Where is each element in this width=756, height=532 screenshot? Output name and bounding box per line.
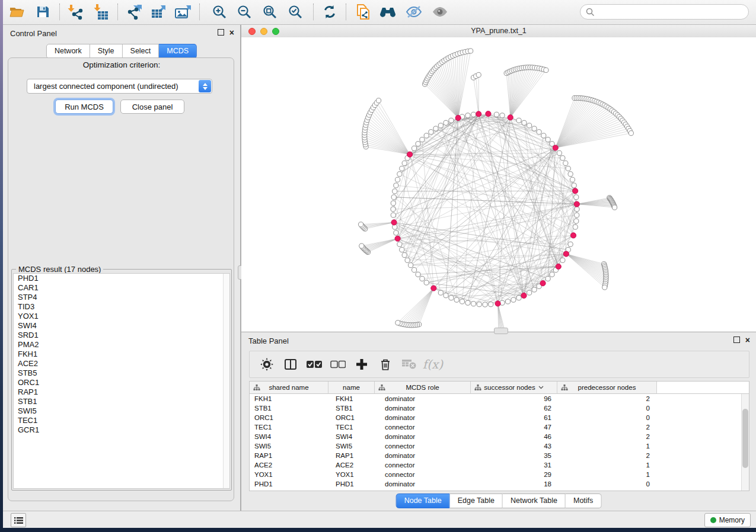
mcds-result-item[interactable]: TEC1: [14, 416, 229, 425]
memory-label: Memory: [719, 516, 745, 524]
export-network-icon[interactable]: [124, 2, 145, 21]
table-settings-icon[interactable]: [259, 357, 275, 372]
refresh-icon[interactable]: [319, 2, 340, 21]
zoom-selected-icon[interactable]: [285, 2, 306, 21]
mcds-result-item[interactable]: PMA2: [14, 340, 229, 350]
column-header-predecessor-nodes[interactable]: predecessor nodes: [557, 382, 657, 394]
mcds-result-item[interactable]: SWI5: [14, 406, 229, 416]
network-titlebar[interactable]: YPA_prune.txt_1: [241, 25, 756, 38]
table-row[interactable]: PHD1PHD1dominator180: [250, 479, 749, 489]
deselect-all-icon[interactable]: [330, 357, 346, 372]
tab-network[interactable]: Network: [46, 44, 90, 59]
mcds-result-item[interactable]: ACE2: [14, 359, 229, 368]
table-row[interactable]: FKH1FKH1dominator962: [250, 394, 749, 403]
open-icon[interactable]: [6, 2, 27, 21]
table-tabs: Node TableEdge TableNetwork TableMotifs: [396, 493, 602, 508]
mcds-result-item[interactable]: STB1: [14, 397, 229, 406]
table-scrollbar[interactable]: [741, 394, 749, 491]
table-row[interactable]: SWI4SWI4dominator462: [250, 432, 749, 441]
table-row[interactable]: ACE2ACE2connector311: [250, 460, 749, 470]
delete-column-icon[interactable]: [378, 357, 393, 372]
float-panel-icon[interactable]: [733, 336, 740, 343]
search-input[interactable]: [597, 7, 748, 17]
table-cell: dominator: [375, 394, 471, 403]
add-column-icon[interactable]: [354, 357, 369, 372]
table-cell: YOX1: [328, 470, 375, 479]
table-row[interactable]: RAP1RAP1dominator352: [250, 451, 749, 460]
table-cell: RAP1: [328, 451, 375, 460]
table-cell: 61: [471, 413, 557, 422]
tab-style[interactable]: Style: [90, 44, 123, 59]
mcds-result-item[interactable]: RAP1: [14, 387, 229, 397]
first-neighbors-icon[interactable]: [377, 2, 398, 21]
table-row[interactable]: TEC1TEC1connector472: [250, 422, 749, 432]
column-header-shared-name[interactable]: shared name: [250, 382, 328, 394]
table-cell: 2: [557, 432, 657, 441]
save-icon[interactable]: [32, 2, 53, 21]
hide-selected-icon[interactable]: [403, 2, 425, 21]
tab-motifs[interactable]: Motifs: [566, 493, 601, 508]
mcds-result-item[interactable]: ORC1: [14, 378, 229, 387]
column-layout-icon[interactable]: [283, 357, 298, 372]
clone-network-icon[interactable]: [352, 2, 374, 21]
column-header-name[interactable]: name: [328, 382, 375, 394]
zoom-fit-icon[interactable]: [259, 2, 280, 21]
show-all-icon[interactable]: [429, 2, 451, 21]
table-row[interactable]: YOX1YOX1connector291: [250, 470, 749, 479]
mcds-result-item[interactable]: FKH1: [14, 350, 229, 359]
import-table-icon[interactable]: [91, 2, 112, 21]
export-image-icon[interactable]: [173, 2, 194, 21]
mcds-result-list[interactable]: PHD1CAR1STP4TID3YOX1SWI4SRD1PMA2FKH1ACE2…: [13, 273, 230, 489]
network-title: YPA_prune.txt_1: [241, 27, 756, 35]
horizontal-splitter-grip[interactable]: [494, 328, 508, 334]
mcds-result-item[interactable]: SRD1: [14, 331, 229, 340]
mcds-result-item[interactable]: SWI4: [14, 321, 229, 331]
select-stepper-icon: [199, 80, 211, 92]
table-cell: ORC1: [250, 413, 328, 422]
mcds-result-item[interactable]: STB5: [14, 368, 229, 378]
export-table-icon[interactable]: [148, 2, 169, 21]
import-network-icon[interactable]: [65, 2, 86, 21]
column-namespace-icon: [474, 384, 481, 391]
criterion-select[interactable]: largest connected component (undirected): [27, 79, 212, 94]
toolbar-separator: [313, 4, 314, 20]
mcds-result-item[interactable]: TID3: [14, 302, 229, 312]
search-box[interactable]: [580, 4, 749, 20]
mcds-result-item[interactable]: GCR1: [14, 425, 229, 435]
run-mcds-button[interactable]: Run MCDS: [55, 100, 113, 114]
column-header-mcds-role[interactable]: MCDS role: [375, 382, 471, 394]
table-row[interactable]: ORC1ORC1dominator610: [250, 413, 749, 422]
mcds-list-scrollbar[interactable]: [223, 274, 229, 488]
table-cell: 47: [471, 422, 557, 432]
close-panel-icon[interactable]: ×: [229, 30, 234, 36]
table-cell: YOX1: [250, 470, 328, 479]
tab-select[interactable]: Select: [123, 44, 160, 59]
tab-network-table[interactable]: Network Table: [503, 493, 566, 508]
column-header-successor-nodes[interactable]: successor nodes: [471, 382, 557, 394]
zoom-out-icon[interactable]: [234, 2, 255, 21]
table-row[interactable]: SWI5SWI5connector431: [250, 441, 749, 451]
mcds-result-title: MCDS result (17 nodes): [16, 265, 103, 274]
column-namespace-icon: [561, 384, 568, 391]
zoom-in-icon[interactable]: [209, 2, 230, 21]
close-panel-button[interactable]: Close panel: [120, 100, 184, 114]
float-panel-icon[interactable]: [218, 29, 224, 36]
tab-mcds[interactable]: MCDS: [159, 44, 197, 59]
tab-node-table[interactable]: Node Table: [396, 493, 450, 508]
column-namespace-icon: [253, 384, 260, 391]
mcds-result-item[interactable]: YOX1: [14, 312, 229, 321]
mcds-result-item[interactable]: PHD1: [14, 274, 229, 283]
select-all-icon[interactable]: [307, 357, 322, 372]
mcds-result-item[interactable]: CAR1: [14, 283, 229, 293]
table-row[interactable]: STB1STB1dominator620: [250, 403, 749, 413]
function-builder-icon: f(x): [425, 357, 441, 372]
table-scrollbar-thumb[interactable]: [742, 409, 748, 468]
close-panel-icon[interactable]: ×: [745, 337, 750, 343]
memory-button[interactable]: Memory: [704, 513, 751, 527]
mcds-result-item[interactable]: STP4: [14, 293, 229, 302]
network-canvas[interactable]: [241, 37, 756, 331]
table-cell: FKH1: [250, 394, 328, 403]
tab-edge-table[interactable]: Edge Table: [450, 493, 503, 508]
task-list-button[interactable]: [11, 513, 26, 527]
table-cell: 96: [471, 394, 557, 403]
